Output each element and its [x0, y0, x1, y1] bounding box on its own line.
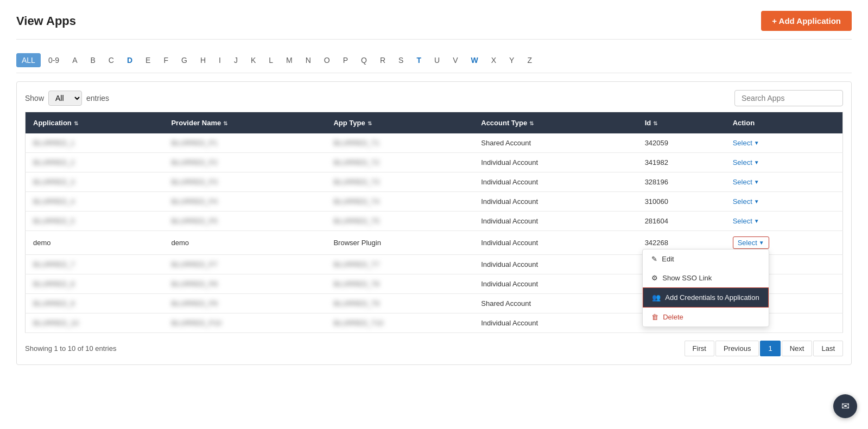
previous-page-button[interactable]: Previous [715, 341, 759, 356]
first-page-button[interactable]: First [685, 341, 714, 356]
alpha-nav-item-n[interactable]: N [300, 53, 316, 67]
entries-select[interactable]: All102550100 [48, 91, 82, 106]
alpha-nav-item-p[interactable]: P [338, 53, 353, 67]
alpha-nav-item-h[interactable]: H [195, 53, 211, 67]
cell-app-type: BLURRED_T1 [326, 133, 473, 153]
table-row: demodemoBrowser PluginIndividual Account… [26, 231, 843, 255]
entries-label: entries [86, 94, 109, 103]
cell-action: Select ▼ [725, 153, 843, 172]
cell-provider: BLURRED_P4 [163, 192, 326, 212]
table-footer: Showing 1 to 10 of 10 entries First Prev… [25, 333, 843, 356]
alpha-nav-item-v[interactable]: V [447, 53, 463, 67]
dropdown-item-delete[interactable]: 🗑Delete [643, 308, 768, 326]
cell-application: BLURRED_7 [26, 255, 164, 274]
dropdown-wrapper: Select ▼✎Edit⚙Show SSO Link👥Add Credenti… [733, 236, 769, 249]
chat-fab-button[interactable]: ✉ [833, 394, 857, 418]
alpha-nav-item-x[interactable]: X [486, 53, 502, 67]
cell-app-type: BLURRED_T7 [326, 255, 473, 274]
alpha-nav-item-d[interactable]: D [122, 53, 138, 67]
cell-account-type: Shared Account [473, 294, 637, 313]
cell-app-type: BLURRED_T10 [326, 313, 473, 333]
alpha-nav-item-f[interactable]: F [158, 53, 174, 67]
table-row: BLURRED_2BLURRED_P2BLURRED_T2Individual … [26, 153, 843, 172]
col-provider-name[interactable]: Provider Name⇅ [163, 112, 326, 134]
alpha-nav-item-y[interactable]: Y [504, 53, 519, 67]
cell-provider: BLURRED_P8 [163, 274, 326, 294]
cell-account-type: Individual Account [473, 274, 637, 294]
alpha-nav-item-m[interactable]: M [281, 53, 298, 67]
cell-account-type: Individual Account [473, 192, 637, 212]
alpha-nav-item-c[interactable]: C [103, 53, 119, 67]
alpha-nav-item-r[interactable]: R [375, 53, 391, 67]
alpha-nav-item-k[interactable]: K [245, 53, 261, 67]
cell-provider: BLURRED_P3 [163, 172, 326, 192]
cell-action: Select ▼✎Edit⚙Show SSO Link👥Add Credenti… [725, 231, 843, 255]
table-row: BLURRED_1BLURRED_P1BLURRED_T1Shared Acco… [26, 133, 843, 153]
cell-app-type: BLURRED_T4 [326, 192, 473, 212]
alpha-nav-item-q[interactable]: Q [356, 53, 372, 67]
last-page-button[interactable]: Last [813, 341, 843, 356]
alpha-nav-item-t[interactable]: T [411, 53, 427, 67]
next-page-button[interactable]: Next [782, 341, 813, 356]
current-page-button[interactable]: 1 [760, 341, 780, 356]
alpha-nav-item-o[interactable]: O [319, 53, 335, 67]
dropdown-item-add-credentials-to-application[interactable]: 👥Add Credentials to Application [643, 287, 768, 308]
page-title: View Apps [16, 14, 76, 28]
alpha-nav-item-j[interactable]: J [229, 53, 243, 67]
search-input[interactable] [734, 90, 843, 106]
cell-action: Select ▼ [725, 172, 843, 192]
cell-app-type: Browser Plugin [326, 231, 473, 255]
col-id[interactable]: Id⇅ [637, 112, 725, 134]
cell-application: BLURRED_8 [26, 274, 164, 294]
cell-account-type: Individual Account [473, 255, 637, 274]
cell-action: Select ▼ [725, 212, 843, 231]
cell-app-type: BLURRED_T8 [326, 274, 473, 294]
alpha-nav-item-a[interactable]: A [67, 53, 83, 67]
cell-application: BLURRED_4 [26, 192, 164, 212]
alpha-nav-item-s[interactable]: S [393, 53, 409, 67]
alpha-nav-item-u[interactable]: U [429, 53, 445, 67]
alpha-nav-item-09[interactable]: 0-9 [43, 53, 65, 67]
table-row: BLURRED_4BLURRED_P4BLURRED_T4Individual … [26, 192, 843, 212]
select-button[interactable]: Select ▼ [733, 178, 759, 186]
alpha-nav-item-e[interactable]: E [140, 53, 156, 67]
cell-application: demo [26, 231, 164, 255]
col-app-type[interactable]: App Type⇅ [326, 112, 473, 134]
cell-app-type: BLURRED_T5 [326, 212, 473, 231]
cell-provider: BLURRED_P2 [163, 153, 326, 172]
table-row: BLURRED_5BLURRED_P5BLURRED_T5Individual … [26, 212, 843, 231]
add-application-button[interactable]: + Add Application [761, 11, 852, 31]
cell-app-type: BLURRED_T9 [326, 294, 473, 313]
page-container: View Apps + Add Application ALL0-9ABCDEF… [0, 0, 868, 429]
dropdown-item-edit[interactable]: ✎Edit [643, 249, 768, 268]
select-button[interactable]: Select ▼ [733, 197, 759, 206]
select-button-active[interactable]: Select ▼ [733, 236, 769, 249]
cell-account-type: Individual Account [473, 153, 637, 172]
alpha-nav-item-all[interactable]: ALL [16, 53, 41, 67]
cell-provider: BLURRED_P7 [163, 255, 326, 274]
dropdown-menu: ✎Edit⚙Show SSO Link👥Add Credentials to A… [642, 249, 769, 327]
alphabet-nav: ALL0-9ABCDEFGHIJKLMNOPQRSTUVWXYZ [16, 48, 852, 73]
col-account-type[interactable]: Account Type⇅ [473, 112, 637, 134]
select-button[interactable]: Select ▼ [733, 158, 759, 167]
cell-provider: BLURRED_P9 [163, 294, 326, 313]
alpha-nav-item-z[interactable]: Z [522, 53, 537, 67]
alpha-nav-item-g[interactable]: G [176, 53, 193, 67]
select-button[interactable]: Select ▼ [733, 139, 759, 147]
page-header: View Apps + Add Application [16, 11, 852, 40]
cell-application: BLURRED_3 [26, 172, 164, 192]
table-row: BLURRED_3BLURRED_P3BLURRED_T3Individual … [26, 172, 843, 192]
alpha-nav-item-w[interactable]: W [465, 53, 483, 67]
table-controls: Show All102550100 entries [25, 90, 843, 106]
select-button[interactable]: Select ▼ [733, 217, 759, 225]
dropdown-item-show-sso-link[interactable]: ⚙Show SSO Link [643, 268, 768, 287]
cell-action: Select ▼ [725, 133, 843, 153]
alpha-nav-item-i[interactable]: I [213, 53, 226, 67]
show-label: Show [25, 94, 44, 103]
cell-provider: demo [163, 231, 326, 255]
pagination: First Previous 1 Next Last [685, 341, 843, 356]
alpha-nav-item-l[interactable]: L [263, 53, 278, 67]
cell-id: 310060 [637, 192, 725, 212]
col-application[interactable]: Application⇅ [26, 112, 164, 134]
alpha-nav-item-b[interactable]: B [85, 53, 101, 67]
